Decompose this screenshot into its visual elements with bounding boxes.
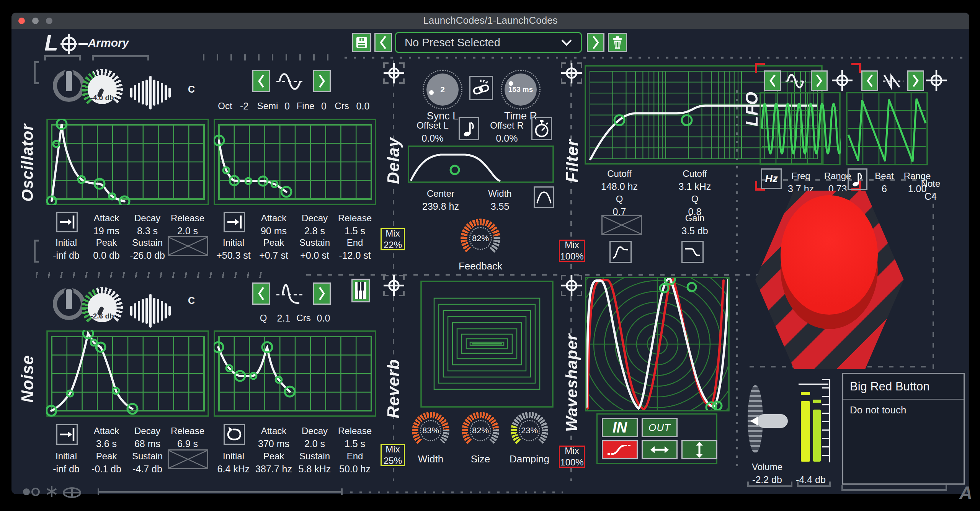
attack-value[interactable]: 90 ms xyxy=(255,225,293,237)
peak-value[interactable]: +0.7 st xyxy=(255,250,293,261)
semi-value[interactable]: 0 xyxy=(279,100,295,112)
reverb-damping-knob[interactable]: 23% xyxy=(511,412,548,449)
delay-width-value[interactable]: 3.55 xyxy=(479,201,521,212)
lfo1-target-crosshair-icon[interactable] xyxy=(831,69,854,92)
oscillator-width-slider[interactable] xyxy=(129,75,172,110)
waveshaper-shape-button[interactable] xyxy=(602,440,638,459)
delay-sync-mode-r-button[interactable] xyxy=(531,117,552,140)
peak-value[interactable]: 387.7 hz xyxy=(255,463,293,475)
filter-routing-crosshair-icon[interactable] xyxy=(560,61,583,85)
lfo1-wave-prev-button[interactable] xyxy=(764,70,781,91)
attack-value[interactable]: 19 ms xyxy=(87,225,126,237)
oscillator-gain-knob[interactable]: -4.0 db xyxy=(82,69,123,110)
prev-preset-button[interactable] xyxy=(374,33,392,52)
sustain-value[interactable]: -4.7 db xyxy=(128,463,167,475)
delay-center-value[interactable]: 239.8 hz xyxy=(417,201,464,212)
filter-gain-value[interactable]: 3.5 db xyxy=(672,225,718,237)
lfo2-beat-value[interactable]: 6 xyxy=(870,183,899,194)
delay-offset-l-value[interactable]: 0.0% xyxy=(411,132,454,144)
filter-mix-box[interactable]: Mix 100% xyxy=(559,240,585,262)
oscillator-amp-bypass-box[interactable] xyxy=(168,236,208,256)
oscillator-amp-envelope-graph[interactable] xyxy=(46,119,209,205)
lfo2-wave-prev-button[interactable] xyxy=(861,70,878,91)
filter-gain-bypass-box[interactable] xyxy=(601,215,642,235)
peak-value[interactable]: 0.0 db xyxy=(87,250,126,261)
waveshaper-display[interactable] xyxy=(585,277,730,411)
initial-value[interactable]: -inf db xyxy=(47,250,85,261)
attack-value[interactable]: 370 ms xyxy=(255,438,293,449)
decay-value[interactable]: 2.8 s xyxy=(296,225,334,237)
lfo2-target-crosshair-icon[interactable] xyxy=(925,69,948,92)
oct-value[interactable]: -2 xyxy=(235,100,253,112)
big-red-button[interactable] xyxy=(781,195,878,315)
noise-wave-prev-button[interactable] xyxy=(252,282,270,305)
waveshaper-out-button[interactable]: OUT xyxy=(642,418,678,437)
delay-link-button[interactable] xyxy=(469,76,493,100)
decay-value[interactable]: 2.0 s xyxy=(296,438,334,449)
release-value[interactable]: 1.5 s xyxy=(336,225,374,237)
noise-wave-next-button[interactable] xyxy=(313,282,331,305)
delay-sync-mode-l-button[interactable] xyxy=(459,117,479,140)
noise-width-slider[interactable] xyxy=(129,293,172,328)
end-value[interactable]: -12.0 st xyxy=(336,250,374,261)
attack-value[interactable]: 3.6 s xyxy=(87,438,126,449)
noise-filter-envelope-graph[interactable] xyxy=(214,330,376,417)
waveshaper-in-button[interactable]: IN xyxy=(602,418,638,437)
volume-value[interactable]: -2.2 db xyxy=(743,474,791,485)
delay-offset-r-value[interactable]: 0.0% xyxy=(485,132,528,144)
lfo2-wave-next-button[interactable] xyxy=(907,70,924,91)
delay-time-knob[interactable]: 153 ms xyxy=(501,70,541,109)
crs-value[interactable]: 0.0 xyxy=(352,100,374,112)
initial-value[interactable]: -inf db xyxy=(47,463,85,475)
oscillator-power-button[interactable] xyxy=(54,70,84,102)
noise-power-button[interactable] xyxy=(54,288,84,320)
sustain-value[interactable]: +0.0 st xyxy=(296,250,334,261)
decay-value[interactable]: 68 ms xyxy=(128,438,167,449)
oscillator-amp-retrigger-button[interactable] xyxy=(56,212,78,232)
delay-mix-box[interactable]: Mix 22% xyxy=(381,228,405,250)
filter-cutoff-low-value[interactable]: 148.0 hz xyxy=(596,181,642,192)
lfo2-rate-mode-button[interactable] xyxy=(848,168,867,190)
delete-preset-button[interactable] xyxy=(608,33,627,52)
noise-keytrack-button[interactable] xyxy=(351,279,370,302)
delay-feedback-knob[interactable]: 82% xyxy=(461,219,500,258)
reverb-routing-crosshair-icon[interactable] xyxy=(382,274,406,297)
trigger-note-value[interactable]: C4 xyxy=(913,191,948,202)
sustain-value[interactable]: -26.0 db xyxy=(128,250,167,261)
oscillator-pitch-retrigger-button[interactable] xyxy=(224,212,245,232)
reverb-width-knob[interactable]: 83% xyxy=(412,412,449,449)
oscillator-pitch-envelope-graph[interactable] xyxy=(214,119,376,205)
fine-value[interactable]: 0 xyxy=(316,100,332,112)
oscillator-wave-next-button[interactable] xyxy=(313,70,331,92)
waveshaper-vertical-button[interactable] xyxy=(681,440,717,459)
volume-slider-handle[interactable] xyxy=(757,414,788,428)
reverb-mix-box[interactable]: Mix 25% xyxy=(381,444,405,466)
sustain-value[interactable]: 5.8 kHz xyxy=(296,463,334,475)
noise-gain-knob[interactable]: -2.6 db xyxy=(82,287,123,328)
preset-dropdown[interactable]: No Preset Selected xyxy=(395,32,582,53)
filter-cutoff-high-value[interactable]: 3.1 kHz xyxy=(672,181,718,192)
noise-amp-bypass-box[interactable] xyxy=(168,449,208,469)
oscillator-wave-prev-button[interactable] xyxy=(252,70,270,92)
waveshaper-horizontal-button[interactable] xyxy=(642,440,678,459)
initial-value[interactable]: +50.3 st xyxy=(214,250,253,261)
end-value[interactable]: 50.0 hz xyxy=(336,463,374,475)
release-value[interactable]: 2.0 s xyxy=(168,225,207,237)
initial-value[interactable]: 6.4 kHz xyxy=(214,463,253,475)
delay-sync-knob[interactable]: 2 xyxy=(423,70,462,109)
delay-routing-crosshair-icon[interactable] xyxy=(382,61,406,85)
peak-value[interactable]: -0.1 db xyxy=(87,463,126,475)
reverb-room-display[interactable] xyxy=(420,281,554,408)
q-value[interactable]: 2.1 xyxy=(273,312,294,324)
lfo1-wave-display[interactable] xyxy=(760,92,841,165)
noise-amp-retrigger-button[interactable] xyxy=(56,424,78,445)
save-preset-button[interactable] xyxy=(352,33,371,52)
delay-filter-display[interactable] xyxy=(408,145,554,183)
filter-type-low-button[interactable] xyxy=(609,241,632,263)
crs-value[interactable]: 0.0 xyxy=(313,312,334,324)
decay-value[interactable]: 8.3 s xyxy=(128,225,167,237)
noise-amp-envelope-graph[interactable] xyxy=(46,330,209,417)
release-value[interactable]: 6.9 s xyxy=(168,438,207,449)
lfo1-wave-next-button[interactable] xyxy=(811,70,828,91)
next-preset-button[interactable] xyxy=(587,33,604,52)
